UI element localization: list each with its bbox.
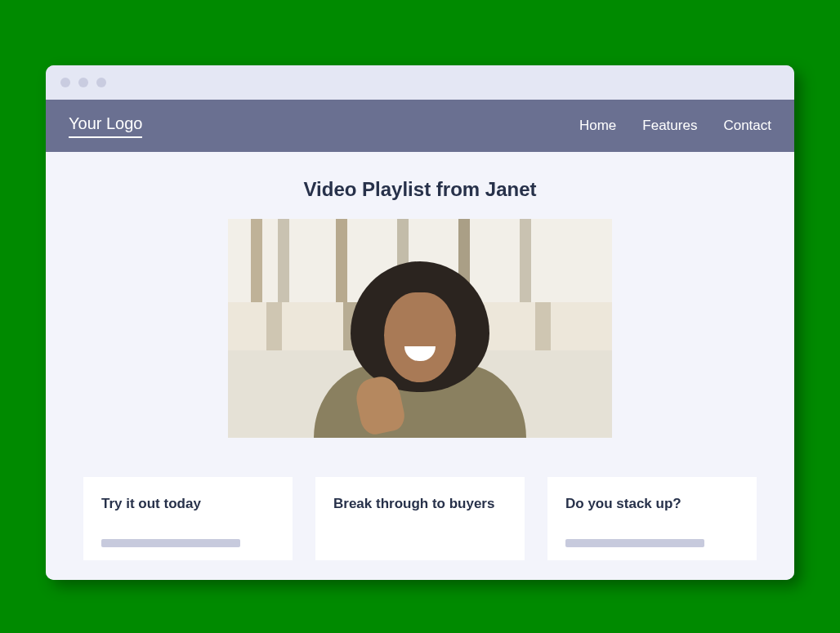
video-person-icon [297,250,543,438]
window-titlebar [46,65,794,100]
card-break-through[interactable]: Break through to buyers [315,477,525,560]
progress-bar-icon [101,539,240,547]
site-logo[interactable]: Your Logo [69,114,142,138]
site-navbar: Your Logo Home Features Contact [46,100,794,152]
page-content: Video Playlist from Janet Try it out tod… [46,152,794,580]
nav-home[interactable]: Home [579,118,616,134]
card-row: Try it out today Break through to buyers… [46,477,794,560]
progress-bar-icon [565,539,704,547]
card-title: Do you stack up? [565,495,739,531]
window-close-icon[interactable] [60,78,70,87]
nav-links: Home Features Contact [579,118,771,134]
card-title: Try it out today [101,495,275,531]
hero-video[interactable] [228,219,612,438]
window-minimize-icon[interactable] [78,78,88,87]
window-maximize-icon[interactable] [96,78,106,87]
nav-contact[interactable]: Contact [723,118,771,134]
card-try-it-out[interactable]: Try it out today [83,477,293,560]
browser-window: Your Logo Home Features Contact Video Pl… [46,65,794,580]
nav-features[interactable]: Features [642,118,697,134]
card-stack-up[interactable]: Do you stack up? [547,477,757,560]
page-title: Video Playlist from Janet [46,178,794,201]
card-title: Break through to buyers [333,495,507,531]
